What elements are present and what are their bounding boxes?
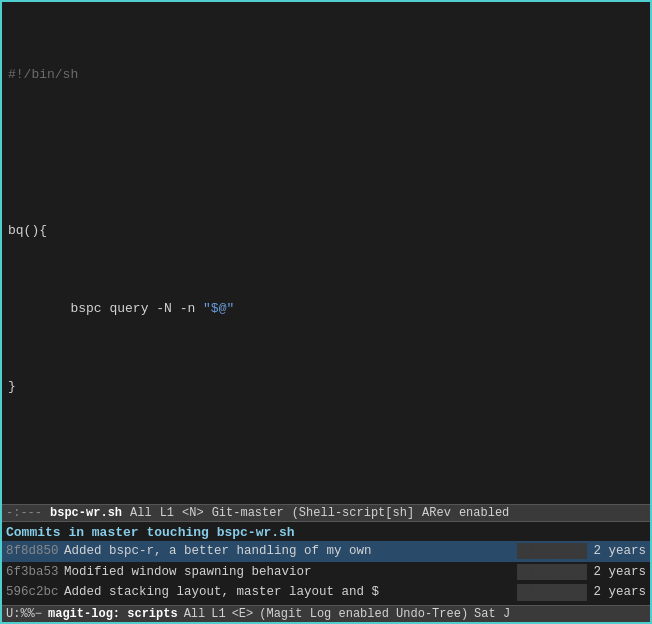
magit-header: Commits in master touching bspc-wr.sh	[2, 524, 650, 541]
commit-time: 2 years	[593, 563, 646, 582]
status-dash: -:---	[6, 506, 42, 520]
commit-row[interactable]: 8f8d850Added bspc-r, a better handling o…	[2, 541, 650, 562]
bottom-day: Sat J	[474, 607, 510, 621]
status-all: All	[130, 506, 152, 520]
commit-time: 2 years	[593, 583, 646, 602]
code-editor: #!/bin/sh bq(){ bspc query -N -n "$@" } …	[2, 2, 650, 504]
commits-list: 8f8d850Added bspc-r, a better handling o…	[2, 541, 650, 603]
commit-hash: 596c2bc	[6, 583, 64, 602]
indent-1	[8, 299, 70, 319]
line-blank-1	[8, 143, 644, 163]
shebang-text: #!/bin/sh	[8, 65, 78, 85]
commit-time: 2 years	[593, 542, 646, 561]
status-enabled: enabled	[459, 506, 509, 520]
query-param: "$@"	[203, 299, 234, 319]
status-n: <N>	[182, 506, 204, 520]
status-bar-top: -:--- bspc-wr.sh All L1 <N> Git-master (…	[2, 504, 650, 522]
close-brace: }	[8, 377, 16, 397]
commit-author: ██████████	[517, 584, 587, 601]
bottom-details: (Magit Log enabled Undo-Tree)	[259, 607, 468, 621]
status-line: L1	[160, 506, 174, 520]
commit-row[interactable]: 596c2bcAdded stacking layout, master lay…	[2, 582, 650, 603]
bottom-e: <E>	[232, 607, 254, 621]
bottom-all: All	[184, 607, 206, 621]
bottom-mode-name: magit-log: scripts	[48, 607, 178, 621]
bottom-mode-indicator: U:%%−	[6, 607, 42, 621]
status-lang: (Shell-script[sh]	[292, 506, 414, 520]
func-name: bq(){	[8, 221, 47, 241]
line-close-brace: }	[8, 377, 644, 397]
status-arev: ARev	[422, 506, 451, 520]
status-git: Git-master	[212, 506, 284, 520]
commit-hash: 6f3ba53	[6, 563, 64, 582]
commit-row[interactable]: 6f3ba53Modified window spawning behavior…	[2, 562, 650, 583]
line-blank-2	[8, 455, 644, 475]
bspc-cmd: bspc query -N -n	[70, 299, 203, 319]
line-bspc-query: bspc query -N -n "$@"	[8, 299, 644, 319]
line-func-def: bq(){	[8, 221, 644, 241]
commit-message: Added stacking layout, master layout and…	[64, 583, 511, 602]
commit-message: Added bspc-r, a better handling of my ow…	[64, 542, 511, 561]
commit-author: ██████████	[517, 543, 587, 560]
commit-author: ██████████	[517, 564, 587, 581]
bottom-line: L1	[211, 607, 225, 621]
commit-hash: 8f8d850	[6, 542, 64, 561]
line-shebang: #!/bin/sh	[8, 65, 644, 85]
magit-panel: Commits in master touching bspc-wr.sh 8f…	[2, 522, 650, 605]
app-window: #!/bin/sh bq(){ bspc query -N -n "$@" } …	[0, 0, 652, 624]
status-filename: bspc-wr.sh	[50, 506, 122, 520]
status-bar-bottom: U:%%− magit-log: scripts All L1 <E> (Mag…	[2, 605, 650, 622]
commit-message: Modified window spawning behavior	[64, 563, 511, 582]
code-content: #!/bin/sh bq(){ bspc query -N -n "$@" } …	[8, 6, 644, 504]
